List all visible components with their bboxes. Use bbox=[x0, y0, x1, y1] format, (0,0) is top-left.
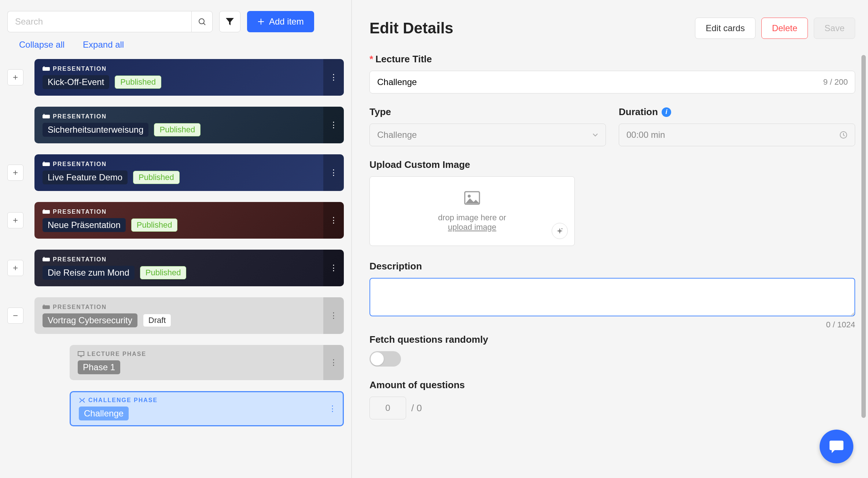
card-type-label: PRESENTATION bbox=[53, 256, 107, 263]
type-label: Type bbox=[369, 106, 606, 118]
card-menu-button[interactable]: ⋮ bbox=[323, 154, 344, 191]
card-type-label: PRESENTATION bbox=[53, 66, 107, 72]
more-icon: ⋮ bbox=[330, 169, 338, 177]
presentation-icon bbox=[43, 209, 50, 214]
toggle-knob bbox=[371, 352, 384, 365]
tree-expand-button[interactable]: + bbox=[7, 260, 23, 276]
presentation-icon bbox=[43, 305, 50, 310]
lecture-title-input[interactable] bbox=[369, 71, 855, 93]
card-menu-button[interactable]: ⋮ bbox=[323, 107, 344, 143]
status-badge: Published bbox=[140, 266, 187, 279]
amount-input[interactable] bbox=[369, 397, 406, 419]
card-type-label: PRESENTATION bbox=[53, 113, 107, 120]
fetch-random-toggle[interactable] bbox=[369, 351, 401, 367]
status-badge: Published bbox=[154, 123, 201, 136]
char-count: 9 / 200 bbox=[823, 77, 848, 87]
filter-button[interactable] bbox=[219, 11, 240, 32]
status-badge: Published bbox=[133, 171, 180, 184]
card-menu-button[interactable]: ⋮ bbox=[323, 250, 344, 286]
type-value: Challenge bbox=[377, 130, 417, 140]
search-button[interactable] bbox=[191, 11, 213, 32]
status-badge: Published bbox=[115, 76, 161, 89]
presentation-card[interactable]: PRESENTATION Vortrag Cybersecurity Draft… bbox=[34, 297, 344, 334]
svg-point-21 bbox=[562, 228, 563, 229]
card-title: Die Reise zum Mond bbox=[43, 266, 135, 280]
expand-all-link[interactable]: Expand all bbox=[83, 40, 124, 50]
card-title: Kick-Off-Event bbox=[43, 75, 109, 89]
info-icon[interactable]: i bbox=[662, 107, 671, 117]
svg-rect-6 bbox=[43, 115, 50, 118]
duration-placeholder: 00:00 min bbox=[626, 130, 665, 140]
challenge-icon bbox=[79, 397, 85, 403]
card-menu-button[interactable]: ⋮ bbox=[323, 297, 344, 334]
chat-fab-button[interactable] bbox=[820, 430, 853, 463]
card-title: Phase 1 bbox=[78, 360, 120, 374]
card-menu-button[interactable]: ⋮ bbox=[323, 345, 344, 380]
description-count: 0 / 1024 bbox=[369, 320, 855, 330]
ai-generate-button[interactable] bbox=[552, 223, 568, 239]
duration-input[interactable]: 00:00 min bbox=[619, 124, 855, 146]
search-icon bbox=[198, 17, 206, 26]
upload-link[interactable]: upload image bbox=[448, 223, 496, 232]
card-title: Neue Präsentation bbox=[43, 218, 126, 232]
lecture-phase-card[interactable]: LECTURE PHASE Phase 1 ⋮ bbox=[70, 345, 344, 380]
tree-expand-button[interactable]: + bbox=[7, 212, 23, 228]
svg-point-0 bbox=[199, 19, 204, 24]
svg-point-15 bbox=[43, 305, 45, 305]
collapse-all-link[interactable]: Collapse all bbox=[19, 40, 65, 50]
card-menu-button[interactable]: ⋮ bbox=[323, 202, 344, 239]
delete-button[interactable]: Delete bbox=[761, 18, 808, 39]
presentation-card[interactable]: PRESENTATION Live Feature Demo Published… bbox=[34, 154, 344, 191]
upload-dropzone[interactable]: drop image here or upload image bbox=[369, 176, 575, 246]
add-item-button[interactable]: Add item bbox=[247, 11, 314, 32]
card-title: Challenge bbox=[79, 407, 129, 420]
card-type-label: LECTURE PHASE bbox=[87, 351, 146, 357]
more-icon: ⋮ bbox=[330, 358, 338, 367]
more-icon: ⋮ bbox=[330, 73, 338, 81]
more-icon: ⋮ bbox=[330, 312, 338, 320]
lecture-icon bbox=[78, 351, 84, 357]
presentation-card[interactable]: PRESENTATION Sicherheitsunterweisung Pub… bbox=[34, 107, 344, 143]
presentation-card[interactable]: PRESENTATION Kick-Off-Event Published ⋮ bbox=[34, 59, 344, 96]
challenge-phase-card-selected[interactable]: CHALLENGE PHASE Challenge ⋮ bbox=[70, 391, 344, 426]
scrollbar[interactable] bbox=[861, 55, 866, 418]
svg-rect-8 bbox=[43, 162, 50, 166]
svg-point-9 bbox=[43, 162, 45, 162]
svg-point-13 bbox=[43, 257, 45, 258]
card-title: Sicherheitsunterweisung bbox=[43, 123, 148, 137]
more-icon: ⋮ bbox=[330, 121, 338, 129]
clock-icon bbox=[839, 131, 847, 139]
filter-icon bbox=[225, 18, 234, 26]
tree-expand-button[interactable]: + bbox=[7, 165, 23, 181]
amount-label: Amount of questions bbox=[369, 379, 855, 391]
presentation-card[interactable]: PRESENTATION Die Reise zum Mond Publishe… bbox=[34, 250, 344, 286]
more-icon: ⋮ bbox=[330, 264, 338, 272]
plus-icon bbox=[257, 18, 265, 25]
sparkle-icon bbox=[556, 227, 563, 235]
upload-text: drop image here or bbox=[438, 213, 506, 223]
type-select[interactable]: Challenge bbox=[369, 124, 606, 146]
card-type-label: CHALLENGE PHASE bbox=[88, 397, 158, 404]
presentation-icon bbox=[43, 114, 50, 119]
search-input[interactable] bbox=[7, 11, 191, 32]
card-menu-button[interactable]: ⋮ bbox=[323, 59, 344, 96]
card-title: Vortrag Cybersecurity bbox=[43, 313, 137, 327]
svg-point-20 bbox=[468, 195, 471, 198]
presentation-card[interactable]: PRESENTATION Neue Präsentation Published… bbox=[34, 202, 344, 239]
card-type-label: PRESENTATION bbox=[53, 304, 107, 310]
tree-expand-button[interactable]: + bbox=[7, 69, 23, 85]
image-icon bbox=[464, 190, 480, 209]
tree-collapse-button[interactable]: − bbox=[7, 308, 23, 324]
card-menu-button[interactable]: ⋮ bbox=[322, 392, 343, 425]
status-badge: Draft bbox=[143, 314, 172, 327]
presentation-icon bbox=[43, 162, 50, 167]
svg-rect-12 bbox=[43, 258, 50, 261]
description-textarea[interactable] bbox=[369, 278, 855, 316]
edit-cards-button[interactable]: Edit cards bbox=[695, 18, 755, 39]
svg-point-11 bbox=[43, 209, 45, 210]
svg-rect-4 bbox=[43, 67, 50, 71]
svg-line-1 bbox=[203, 23, 205, 25]
chat-icon bbox=[829, 439, 844, 454]
status-badge: Published bbox=[131, 218, 178, 232]
lecture-title-label: *Lecture Title bbox=[369, 54, 855, 65]
